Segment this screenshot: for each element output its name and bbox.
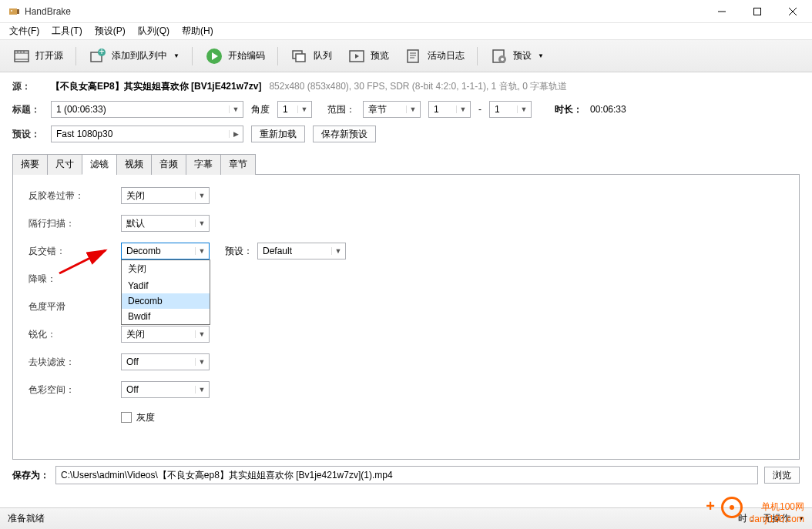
svg-rect-22 [408, 50, 418, 62]
queue-button[interactable]: 队列 [284, 44, 338, 69]
svg-point-28 [501, 58, 504, 61]
watermark: 单机100网 danji100.com [750, 501, 804, 524]
chevron-down-icon: ▼ [173, 52, 180, 59]
add-queue-label: 添加到队列中 [112, 49, 167, 62]
chevron-down-icon: ▼ [517, 105, 528, 113]
start-encode-button[interactable]: 开始编码 [199, 44, 271, 69]
range-from-select[interactable]: 1 ▼ [428, 101, 471, 118]
range-dash: - [478, 104, 481, 115]
separator [75, 47, 76, 65]
maximize-button[interactable] [740, 0, 775, 23]
chroma-label: 色度平滑 [29, 300, 121, 313]
chevron-down-icon: ▼ [229, 105, 240, 113]
range-to-select[interactable]: 1 ▼ [489, 101, 532, 118]
tab-dimensions[interactable]: 尺寸 [47, 154, 82, 175]
preset-label: 预设： [12, 128, 43, 141]
duration-value: 00:06:33 [590, 104, 626, 115]
chevron-down-icon: ▼ [195, 219, 206, 227]
range-type-select[interactable]: 章节 ▼ [363, 101, 421, 118]
chevron-down-icon: ▼ [195, 358, 206, 366]
denoise-label: 降噪： [29, 273, 121, 286]
activity-log-label: 活动日志 [428, 49, 465, 62]
source-label: 源： [12, 80, 43, 93]
filters-panel: 反胶卷过带： 关闭 ▼ 隔行扫描： 默认 ▼ 反交错： Decomb ▼ 关闭 … [12, 175, 800, 460]
sharpen-select[interactable]: 关闭 ▼ [121, 326, 210, 343]
app-icon [8, 5, 20, 18]
save-preset-button[interactable]: 保存新预设 [313, 126, 376, 142]
menu-tools[interactable]: 工具(T) [45, 23, 88, 39]
chevron-down-icon: ▼ [406, 105, 417, 113]
open-source-label: 打开源 [35, 49, 63, 62]
svg-text:+: + [99, 48, 104, 57]
grayscale-label: 灰度 [136, 411, 155, 424]
preview-button[interactable]: 预览 [341, 44, 395, 69]
menu-help[interactable]: 帮助(H) [176, 23, 220, 39]
deinterlace-option-yadif[interactable]: Yadif [122, 278, 210, 293]
title-bar: HandBrake [0, 0, 812, 23]
angle-select[interactable]: 1 ▼ [277, 101, 312, 118]
log-icon [404, 47, 423, 65]
reload-preset-button[interactable]: 重新加载 [251, 126, 305, 142]
presets-button[interactable]: 预设 ▼ [484, 44, 550, 69]
toolbar: 打开源 + 添加到队列中 ▼ 开始编码 队列 预览 活动日志 预设 ▼ [0, 40, 812, 72]
menu-file[interactable]: 文件(F) [3, 23, 45, 39]
watermark-plus-icon: + [706, 497, 715, 515]
chevron-down-icon: ▼ [538, 52, 544, 59]
colorspace-select[interactable]: Off ▼ [121, 381, 210, 398]
source-info: 852x480 (853x480), 30 FPS, SDR (8-bit 4:… [269, 80, 567, 93]
menu-queue[interactable]: 队列(Q) [132, 23, 176, 39]
chevron-down-icon: ▼ [195, 192, 206, 199]
title-select[interactable]: 1 (00:06:33) ▼ [51, 101, 243, 118]
window-title: HandBrake [25, 6, 704, 17]
sharpen-label: 锐化： [29, 328, 121, 341]
separator [192, 47, 193, 65]
deblock-select[interactable]: Off ▼ [121, 353, 210, 370]
separator [477, 47, 478, 65]
source-name: 【不良女高EP8】其实姐姐喜欢你 [BV1jE421w7zv] [51, 80, 261, 93]
chevron-down-icon: ▼ [195, 330, 206, 338]
grayscale-checkbox[interactable] [121, 412, 132, 423]
deinterlace-option-bwdif[interactable]: Bwdif [122, 309, 210, 324]
film-icon [12, 47, 31, 65]
browse-button[interactable]: 浏览 [764, 467, 800, 484]
tab-filters[interactable]: 滤镜 [82, 154, 117, 175]
watermark-logo-icon [721, 497, 743, 518]
status-bar: 准备就绪 时： 无操作 ▼ [0, 507, 812, 529]
detelecine-select[interactable]: 关闭 ▼ [121, 187, 210, 204]
tab-audio[interactable]: 音频 [151, 154, 186, 175]
deinterlace-select[interactable]: Decomb ▼ 关闭 Yadif Decomb Bwdif [121, 243, 210, 259]
tab-video[interactable]: 视频 [116, 154, 152, 175]
chevron-down-icon: ▼ [331, 247, 342, 255]
add-queue-icon: + [89, 47, 107, 65]
status-text: 准备就绪 [8, 512, 45, 525]
preset-select[interactable]: Fast 1080p30 ▶ [51, 126, 243, 142]
open-source-button[interactable]: 打开源 [6, 44, 69, 69]
range-label: 范围： [327, 103, 355, 116]
minimize-button[interactable] [704, 0, 740, 23]
svg-rect-4 [754, 8, 761, 15]
presets-label: 预设 [513, 49, 532, 62]
start-encode-label: 开始编码 [228, 49, 265, 62]
detelecine-label: 反胶卷过带： [29, 189, 121, 203]
tab-subtitles[interactable]: 字幕 [186, 154, 221, 175]
save-path-input[interactable] [55, 466, 758, 484]
deinterlace-dropdown: 关闭 Yadif Decomb Bwdif [121, 259, 210, 325]
colorspace-label: 色彩空间： [29, 383, 121, 397]
deinterlace-preset-label: 预设： [225, 245, 253, 258]
deinterlace-option-decomb[interactable]: Decomb [122, 293, 210, 309]
interlace-detect-select[interactable]: 默认 ▼ [121, 215, 210, 232]
activity-log-button[interactable]: 活动日志 [398, 44, 471, 69]
close-button[interactable] [775, 0, 810, 23]
tab-chapters[interactable]: 章节 [220, 154, 256, 175]
deinterlace-preset-select[interactable]: Default ▼ [257, 243, 346, 259]
add-queue-button[interactable]: + 添加到队列中 ▼ [82, 44, 186, 69]
menu-presets[interactable]: 预设(P) [89, 23, 132, 39]
chevron-down-icon: ▼ [195, 386, 206, 393]
presets-icon [490, 47, 508, 65]
title-label: 标题： [12, 103, 43, 116]
svg-rect-7 [15, 51, 29, 62]
tab-summary[interactable]: 摘要 [12, 154, 48, 175]
deinterlace-option-off[interactable]: 关闭 [122, 260, 210, 278]
separator [277, 47, 278, 65]
queue-label: 队列 [314, 49, 332, 62]
